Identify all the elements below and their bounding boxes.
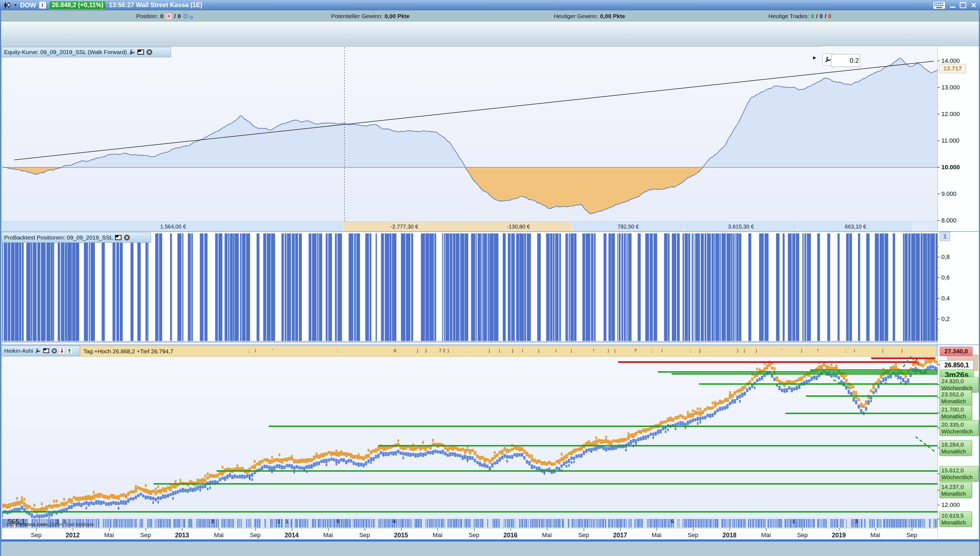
resistance-price-badge: 27.340,0 <box>940 347 973 356</box>
detach-window-icon[interactable] <box>115 234 122 241</box>
time-axis-label: Mai <box>214 532 223 539</box>
time-axis-label: Mai <box>323 532 333 539</box>
band-tick-mark: ) <box>608 348 609 354</box>
time-axis-tick <box>511 528 511 531</box>
equity-segment-profit: 782,50 € <box>572 222 684 231</box>
today-trades-status: Heutige Trades: 0 / 0 / 0 <box>768 11 832 22</box>
time-axis-label: 2018 <box>722 532 736 539</box>
potential-profit-label: Potentieller Gewinn: <box>331 13 383 19</box>
symbol-title: DOW <box>20 2 36 9</box>
daily-high-low-text: Tag:+Hoch 26.868,2 +Tief 26.794,7 <box>83 348 173 355</box>
equity-axis-tick <box>938 167 940 168</box>
level-price: 20.335,0 <box>941 421 977 428</box>
level-price: 14.237,0 <box>941 483 970 490</box>
band-tick-mark: ) <box>901 348 903 354</box>
band-tick-mark: ) <box>417 348 418 354</box>
level-period: Wöchentlich <box>941 428 977 435</box>
position-separator: / <box>174 13 176 19</box>
positions-bars-chart[interactable] <box>2 232 938 342</box>
time-axis-label: Sep <box>140 532 151 539</box>
detach-window-icon[interactable] <box>137 49 144 55</box>
settings-wrench-icon[interactable] <box>35 348 41 354</box>
band-tick-mark: ? <box>634 348 637 354</box>
time-axis-label: 2016 <box>503 532 517 539</box>
level-label: 21.700,0Monatlich <box>940 405 972 420</box>
sell-arrow-icon[interactable] <box>59 348 65 354</box>
time-axis-tick <box>401 528 401 531</box>
time-axis-tick <box>803 528 803 531</box>
positions-axis-minor-tick <box>938 330 939 330</box>
time-axis-tick <box>620 528 621 531</box>
time-axis-tick <box>255 528 256 531</box>
buy-arrow-icon[interactable] <box>67 348 72 354</box>
level-period: Monatlich <box>941 398 970 404</box>
watermark-note: Daten sind indikativ <box>49 521 95 527</box>
positions-panel-title: ProBacktest Positionen: 09_09_2019_SSL <box>4 234 113 241</box>
positions-current-badge: 1 <box>940 232 950 241</box>
equity-axis-label: 8.000 <box>941 217 956 224</box>
equity-axis-tick <box>938 194 940 194</box>
equity-axis-tick <box>938 61 940 61</box>
strip-count-digit: 3 <box>855 519 858 524</box>
band-tick-mark: . <box>711 348 712 354</box>
gear-icon[interactable] <box>189 15 193 19</box>
band-tick-mark: | <box>571 348 572 354</box>
window-bottom-accent <box>0 539 980 541</box>
collapse-arrow-icon[interactable]: ▶ <box>813 55 816 60</box>
close-button[interactable]: ✕ <box>971 2 977 9</box>
level-price: 24.820,0 <box>941 378 977 385</box>
close-icon[interactable] <box>124 234 130 241</box>
info-icon[interactable]: i <box>39 2 46 9</box>
band-tick-mark: : <box>336 348 338 354</box>
band-tick-mark: } <box>512 348 513 354</box>
heikin-ashi-chart[interactable] <box>2 357 938 519</box>
amount-value[interactable]: 0.2 <box>832 57 860 65</box>
time-axis-tick <box>912 528 912 531</box>
close-position-icon[interactable]: × <box>165 13 172 20</box>
panel-divider <box>0 231 980 232</box>
trades-separator: / <box>825 13 826 19</box>
equity-segment-loss: -130,80 € <box>465 222 572 231</box>
equity-axis-label: 12.000 <box>941 110 960 118</box>
gear-icon[interactable] <box>183 13 188 19</box>
level-price: 23.552,0 <box>941 391 970 398</box>
close-icon[interactable] <box>146 49 153 55</box>
window-right-edge <box>979 10 980 556</box>
time-axis-tick <box>729 528 730 531</box>
settings-wrench-icon[interactable] <box>129 49 135 55</box>
equity-panel-tab[interactable]: Equity-Kurve: 09_09_2019_SSL (Walk Forwa… <box>2 47 171 57</box>
trades-total-count: 0 <box>820 13 823 19</box>
amount-input[interactable]: 0.2 <box>831 54 860 67</box>
price-axis-column[interactable] <box>938 46 980 539</box>
band-tick-mark: 2 <box>443 348 445 354</box>
positions-axis-label: 0,2 <box>941 315 950 323</box>
time-axis-label: 2014 <box>285 532 298 539</box>
equity-curve-chart[interactable] <box>2 47 938 221</box>
positions-axis-tick <box>938 257 940 257</box>
potential-profit-value: 0,00 Pkte <box>385 13 409 19</box>
time-axis-label: Sep <box>359 532 370 539</box>
time-axis-label: Mai <box>761 532 770 539</box>
positions-axis-minor-tick <box>938 309 939 309</box>
price-panel-tab[interactable]: Heikin-Ashi <box>2 346 80 356</box>
time-axis-tick <box>36 528 37 531</box>
band-tick-mark: ; <box>248 348 250 354</box>
session-title: 13:56:27 Wall Street Kassa (1E) <box>109 2 202 9</box>
symbol-dropdown-caret-icon[interactable]: ▼ <box>14 3 17 7</box>
level-price: 15.612,0 <box>941 467 977 474</box>
time-axis-tick <box>145 528 146 531</box>
time-axis-label: Sep <box>250 532 260 539</box>
positions-panel-tab[interactable]: ProBacktest Positionen: 09_09_2019_SSL <box>2 232 151 243</box>
maximize-button[interactable] <box>960 2 966 8</box>
time-axis-tick <box>547 528 547 531</box>
today-trades-label: Heutige Trades: <box>768 13 809 19</box>
minimize-button[interactable] <box>950 3 955 8</box>
time-axis-label: 2017 <box>613 532 627 539</box>
position-status: Position: 0 × / 0 <box>136 11 193 22</box>
time-axis-tick <box>693 528 693 531</box>
watermark-brand: ©IT-Finance.com <box>6 521 48 527</box>
keyboard-icon[interactable] <box>933 1 945 9</box>
close-icon[interactable] <box>51 348 57 354</box>
detach-window-icon[interactable] <box>43 348 49 354</box>
time-axis-tick <box>875 528 876 531</box>
